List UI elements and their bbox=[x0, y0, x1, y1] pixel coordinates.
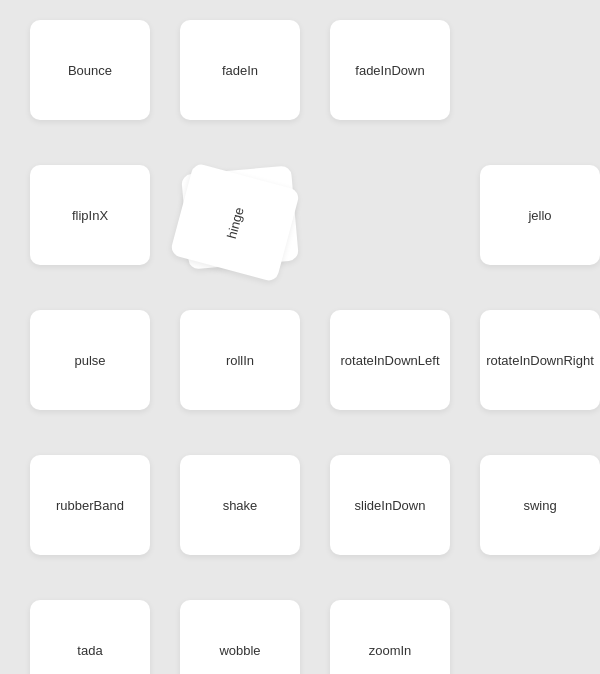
card-zoomIn[interactable]: zoomIn bbox=[330, 600, 450, 674]
card-shake[interactable]: shake bbox=[180, 455, 300, 555]
card-rollIn[interactable]: rollIn bbox=[180, 310, 300, 410]
animation-grid: Bounce fadeIn fadeInDown flipInX hinge j… bbox=[0, 0, 600, 674]
card-tada[interactable]: tada bbox=[30, 600, 150, 674]
card-fadeInDown[interactable]: fadeInDown bbox=[330, 20, 450, 120]
card-wobble[interactable]: wobble bbox=[180, 600, 300, 674]
card-swing[interactable]: swing bbox=[480, 455, 600, 555]
card-rotateInDownRight[interactable]: rotateInDownRight bbox=[480, 310, 600, 410]
card-jello[interactable]: jello bbox=[480, 165, 600, 265]
card-slideInDown[interactable]: slideInDown bbox=[330, 455, 450, 555]
card-hinge-wrapper[interactable]: hinge bbox=[180, 165, 300, 265]
card-bounce[interactable]: Bounce bbox=[30, 20, 150, 120]
card-rubberBand[interactable]: rubberBand bbox=[30, 455, 150, 555]
card-pulse[interactable]: pulse bbox=[30, 310, 150, 410]
card-flipInX[interactable]: flipInX bbox=[30, 165, 150, 265]
card-rotateInDownLeft[interactable]: rotateInDownLeft bbox=[330, 310, 450, 410]
card-fadeIn[interactable]: fadeIn bbox=[180, 20, 300, 120]
